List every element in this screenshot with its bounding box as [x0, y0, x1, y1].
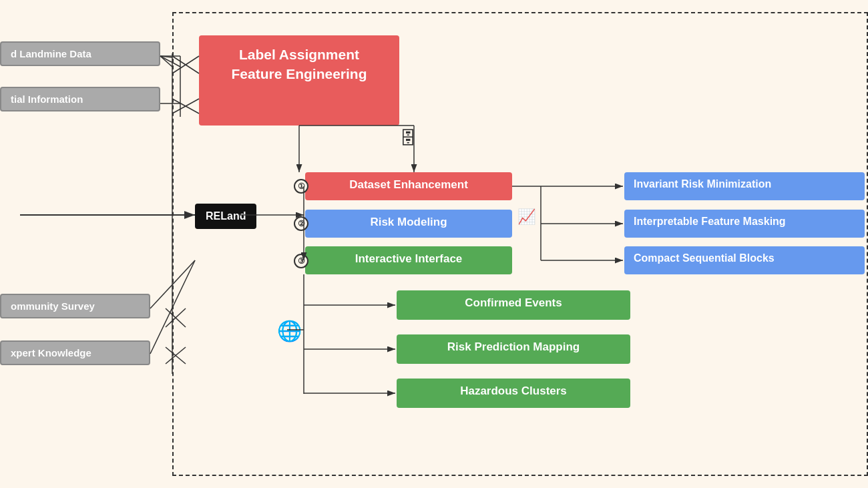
- svg-line-2: [160, 56, 172, 67]
- inv-risk-box: Invariant Risk Minimization: [624, 172, 865, 200]
- number-3: ③: [294, 254, 308, 268]
- risk-prediction-box: Risk Prediction Mapping: [397, 334, 630, 364]
- reland-box: RELand: [195, 204, 256, 229]
- interp-feat-box: Interpretable Feature Masking: [624, 210, 865, 238]
- risk-modeling-box: Risk Modeling: [305, 210, 512, 238]
- spatial-info-box: tial Information: [0, 87, 160, 111]
- interactive-interface-box: Interactive Interface: [305, 246, 512, 274]
- expert-knowledge-box: xpert Knowledge: [0, 340, 150, 365]
- landmine-data-box: d Landmine Data: [0, 41, 160, 66]
- globe-icon: 🌐: [277, 319, 302, 342]
- confirmed-events-box: Confirmed Events: [397, 290, 630, 320]
- svg-line-3: [160, 56, 172, 57]
- database-icon: 🗄: [399, 128, 417, 149]
- community-survey-box: ommunity Survey: [0, 294, 150, 318]
- main-container: d Landmine Data tial Information ommunit…: [0, 0, 868, 488]
- number-1: ①: [294, 179, 308, 194]
- dataset-enhancement-box: Dataset Enhancement: [305, 172, 512, 200]
- hazardous-clusters-box: Hazardous Clusters: [397, 379, 630, 408]
- number-2: ②: [294, 216, 308, 231]
- chart-icon: 📈: [517, 208, 535, 226]
- label-assignment-box: Label Assignment Feature Engineering: [199, 35, 399, 126]
- compact-seq-box: Compact Sequential Blocks: [624, 246, 865, 274]
